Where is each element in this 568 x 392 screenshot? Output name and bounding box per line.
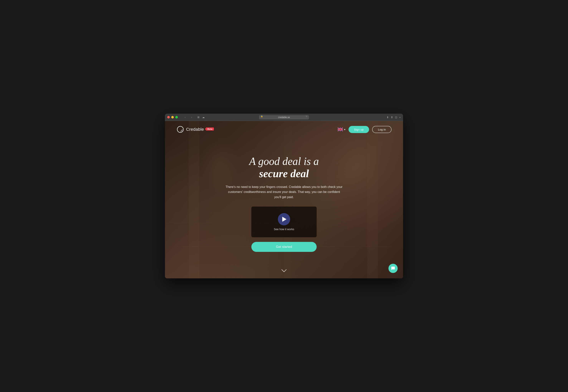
website-content: Credable Beta ▾ Sign up Log in [165, 121, 403, 278]
uk-flag-icon [338, 127, 343, 131]
logo-area: Credable Beta [176, 126, 214, 133]
logo-icon [176, 126, 184, 133]
login-button[interactable]: Log in [372, 126, 392, 133]
scroll-indicator[interactable] [281, 269, 287, 274]
language-selector[interactable]: ▾ [338, 127, 345, 131]
video-preview[interactable]: See how it works [251, 207, 317, 237]
svg-point-0 [177, 126, 183, 132]
browser-navigation: ‹ › [183, 115, 194, 119]
url-bar[interactable]: 🔒 ↻ [259, 115, 309, 119]
toolbar-right: ⬇ ⬆ ⊡ + [386, 116, 401, 119]
nav-right: ▾ Sign up Log in [338, 126, 392, 133]
play-button[interactable] [278, 213, 290, 225]
signup-button[interactable]: Sign up [349, 126, 369, 133]
beta-badge: Beta [206, 127, 214, 130]
refresh-icon[interactable]: ↻ [306, 115, 307, 118]
logo-text: Credable [186, 127, 204, 132]
chat-icon [391, 266, 395, 270]
split-icon: ⊡ [395, 116, 397, 119]
maximize-button[interactable] [175, 116, 178, 118]
hero-subtitle: There's no need to keep your fingers cro… [225, 184, 343, 200]
see-how-text: See how it works [274, 228, 294, 231]
lock-icon: 🔒 [261, 115, 263, 117]
hero-content: A good deal is a secure deal There's no … [225, 155, 343, 252]
add-tab-button[interactable]: + [399, 116, 401, 119]
browser-window: ‹ › ⊞ ☁ 🔒 ↻ ⬇ ⬆ ⊡ + [165, 114, 403, 278]
minimize-button[interactable] [171, 116, 174, 118]
close-button[interactable] [167, 116, 170, 118]
back-button[interactable]: ‹ [183, 115, 188, 119]
share-icon: ⬆ [391, 116, 393, 119]
tab-view-icon: ⊞ [197, 116, 199, 119]
url-input[interactable] [259, 115, 309, 119]
navbar: Credable Beta ▾ Sign up Log in [165, 121, 403, 138]
chevron-down-icon: ▾ [344, 128, 345, 131]
chevron-down-scroll-icon [281, 269, 287, 273]
play-triangle-icon [282, 217, 286, 222]
hero-title: A good deal is a secure deal [225, 155, 343, 180]
get-started-button[interactable]: Get started [251, 242, 317, 252]
cloud-icon: ☁ [202, 116, 205, 119]
titlebar: ‹ › ⊞ ☁ 🔒 ↻ ⬇ ⬆ ⊡ + [165, 114, 403, 121]
download-icon: ⬇ [386, 116, 389, 119]
svg-point-1 [178, 127, 182, 131]
forward-button[interactable]: › [189, 115, 194, 119]
chat-button[interactable] [388, 264, 398, 273]
